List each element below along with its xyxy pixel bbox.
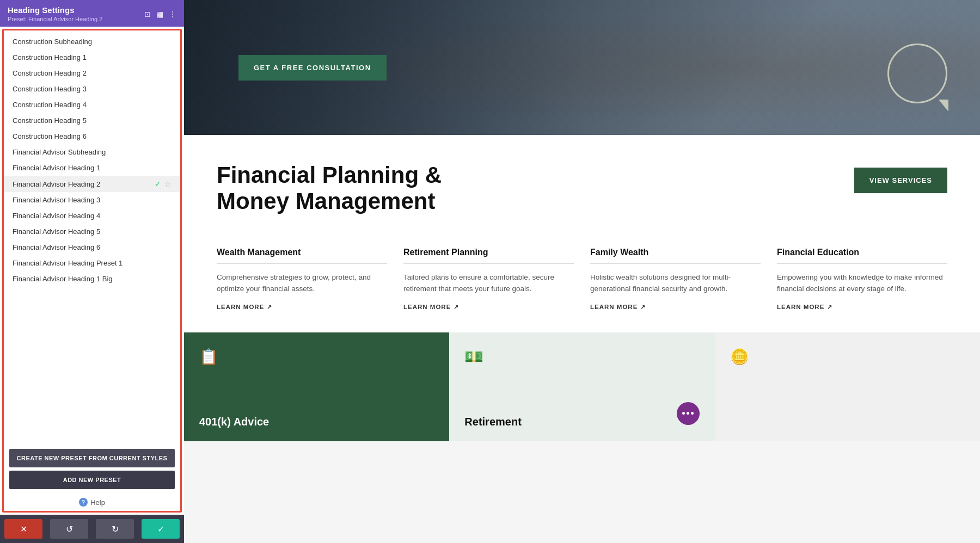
service-title: Wealth Management	[217, 248, 387, 257]
main-content-area: Financial Planning & Money Management VI…	[184, 135, 980, 237]
grid-icon[interactable]: ▦	[156, 10, 163, 18]
arrow-icon: ↗	[267, 304, 272, 311]
learn-more-link[interactable]: LEARN MORE ↗	[777, 304, 947, 311]
help-icon: ?	[79, 498, 88, 507]
service-title: Financial Education	[777, 248, 947, 257]
help-row[interactable]: ? Help	[4, 492, 180, 511]
undo-button[interactable]: ↺	[50, 519, 88, 539]
service-divider	[217, 263, 387, 264]
main-heading: Financial Planning & Money Management	[217, 162, 832, 215]
preset-item-label: Financial Advisor Heading 4	[13, 212, 171, 220]
service-card: Financial Education Empowering you with …	[777, 248, 947, 311]
help-label: Help	[90, 498, 105, 507]
preset-item-icons: ✓ ☆	[155, 180, 171, 188]
preset-item[interactable]: Financial Advisor Subheading	[4, 144, 180, 160]
preset-item[interactable]: Construction Heading 1	[4, 50, 180, 65]
service-desc: Comprehensive strategies to grow, protec…	[217, 272, 387, 295]
bottom-card: 🪙	[715, 332, 980, 441]
view-services-button[interactable]: VIEW SERVICES	[854, 168, 947, 193]
service-card: Retirement Planning Tailored plans to en…	[403, 248, 574, 311]
circle-decoration	[887, 44, 947, 103]
hero-content: GET A FREE CONSULTATION	[238, 55, 387, 81]
learn-more-label: LEARN MORE	[403, 304, 451, 310]
panel-title: Heading Settings	[8, 5, 102, 15]
preset-item[interactable]: Construction Heading 5	[4, 113, 180, 128]
service-divider	[777, 263, 947, 264]
left-panel: Heading Settings Preset: Financial Advis…	[0, 0, 184, 543]
redo-button[interactable]: ↻	[96, 519, 134, 539]
card-title: Retirement	[464, 416, 521, 428]
bottom-bar: ✕ ↺ ↻ ✓	[0, 515, 184, 543]
create-preset-button[interactable]: CREATE NEW PRESET FROM CURRENT STYLES	[9, 449, 175, 467]
preset-item[interactable]: Financial Advisor Heading Preset 1	[4, 255, 180, 271]
preset-item[interactable]: Construction Subheading	[4, 34, 180, 50]
service-title: Family Wealth	[590, 248, 761, 257]
preset-item-label: Construction Subheading	[13, 38, 171, 46]
card-icon: 🪙	[730, 348, 749, 366]
main-heading-line2: Money Management	[217, 188, 435, 214]
bottom-card: 📋 401(k) Advice	[184, 332, 449, 441]
chat-dot	[691, 412, 694, 415]
arrow-icon: ↗	[454, 304, 459, 311]
preset-list-wrapper: Construction Subheading Construction Hea…	[2, 29, 182, 513]
preset-buttons: CREATE NEW PRESET FROM CURRENT STYLES AD…	[4, 445, 180, 492]
learn-more-link[interactable]: LEARN MORE ↗	[403, 304, 574, 311]
preset-item-label: Construction Heading 6	[13, 132, 171, 140]
learn-more-label: LEARN MORE	[777, 304, 824, 310]
preset-item-label: Construction Heading 4	[13, 101, 171, 109]
preset-item-label: Financial Advisor Heading 1	[13, 164, 171, 172]
cancel-button[interactable]: ✕	[4, 519, 42, 539]
preset-item-label: Construction Heading 1	[13, 53, 171, 61]
services-section: Wealth Management Comprehensive strategi…	[184, 237, 980, 332]
add-preset-button[interactable]: ADD NEW PRESET	[9, 471, 175, 489]
preset-item[interactable]: Financial Advisor Heading 3	[4, 192, 180, 208]
preset-item-label: Financial Advisor Heading Preset 1	[13, 259, 171, 267]
learn-more-label: LEARN MORE	[590, 304, 638, 310]
circle-triangle	[939, 100, 948, 112]
preset-item[interactable]: Financial Advisor Heading 1	[4, 160, 180, 176]
right-content: GET A FREE CONSULTATION Financial Planni…	[184, 0, 980, 543]
chat-dot	[687, 412, 689, 415]
learn-more-link[interactable]: LEARN MORE ↗	[590, 304, 761, 311]
save-button[interactable]: ✓	[142, 519, 180, 539]
preset-item[interactable]: Financial Advisor Heading 2 ✓ ☆	[4, 176, 180, 192]
preset-item-label: Financial Advisor Heading 6	[13, 243, 171, 251]
preset-item[interactable]: Construction Heading 3	[4, 81, 180, 97]
expand-icon[interactable]: ⊡	[144, 10, 151, 18]
preset-item[interactable]: Financial Advisor Heading 6	[4, 239, 180, 255]
chat-bubble[interactable]	[677, 402, 700, 425]
checkmark-icon: ✓	[155, 180, 161, 188]
main-heading-line1: Financial Planning &	[217, 162, 442, 188]
service-title: Retirement Planning	[403, 248, 574, 257]
panel-header-icons: ⊡ ▦ ⋮	[144, 10, 176, 18]
service-desc: Tailored plans to ensure a comfortable, …	[403, 272, 574, 295]
service-divider	[403, 263, 574, 264]
preset-item-label: Financial Advisor Heading 3	[13, 196, 171, 204]
star-icon: ☆	[164, 180, 171, 188]
preset-item-label: Construction Heading 3	[13, 85, 171, 93]
preset-item-label: Financial Advisor Heading 1 Big	[13, 275, 171, 283]
service-desc: Holistic wealth solutions designed for m…	[590, 272, 761, 295]
preset-item-label: Construction Heading 2	[13, 69, 171, 77]
panel-header: Heading Settings Preset: Financial Advis…	[0, 0, 184, 27]
preset-item[interactable]: Construction Heading 2	[4, 65, 180, 81]
more-icon[interactable]: ⋮	[169, 10, 176, 18]
preset-item[interactable]: Financial Advisor Heading 5	[4, 224, 180, 239]
panel-preset-label[interactable]: Preset: Financial Advisor Heading 2	[8, 16, 102, 22]
learn-more-link[interactable]: LEARN MORE ↗	[217, 304, 387, 311]
service-card: Family Wealth Holistic wealth solutions …	[590, 248, 761, 311]
preset-item[interactable]: Financial Advisor Heading 4	[4, 208, 180, 224]
preset-item-label: Construction Heading 5	[13, 116, 171, 125]
preset-item[interactable]: Construction Heading 6	[4, 128, 180, 144]
preset-item[interactable]: Financial Advisor Heading 1 Big	[4, 271, 180, 287]
preset-item-label: Financial Advisor Subheading	[13, 148, 171, 156]
card-title: 401(k) Advice	[199, 416, 269, 428]
circle-outer	[887, 44, 947, 103]
preset-item[interactable]: Construction Heading 4	[4, 97, 180, 113]
service-desc: Empowering you with knowledge to make in…	[777, 272, 947, 295]
card-icon: 📋	[199, 348, 218, 366]
chat-dot	[682, 412, 685, 415]
hero-cta-button[interactable]: GET A FREE CONSULTATION	[238, 55, 387, 81]
preset-item-label: Financial Advisor Heading 5	[13, 227, 171, 236]
arrow-icon: ↗	[640, 304, 646, 311]
